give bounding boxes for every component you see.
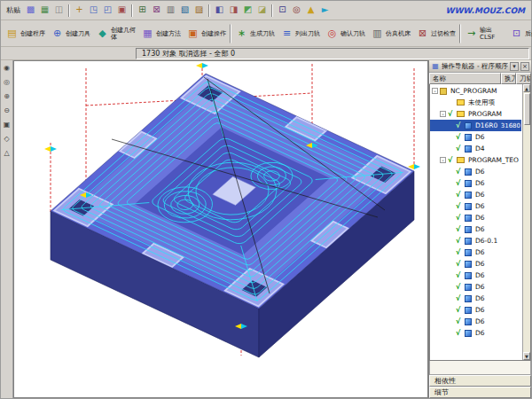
toolbar-icon[interactable]: ◪ (255, 4, 269, 17)
column-toolchange[interactable]: 换刀 (501, 73, 516, 84)
toolbar-icon[interactable]: + (73, 4, 86, 17)
tree-row[interactable]: D6 (430, 293, 521, 304)
tree-expander-icon[interactable]: - (440, 111, 446, 117)
toolbar-icon[interactable]: ▥ (164, 4, 177, 17)
tree-expander-icon[interactable] (448, 145, 454, 152)
tree-expander-icon[interactable] (448, 168, 454, 175)
tree-expander-icon[interactable] (448, 192, 454, 198)
left-toolbar-icon[interactable]: ⊖ (2, 106, 12, 116)
toolbar-button[interactable]: ⊕ 创建刀具 (48, 22, 93, 45)
scroll-up-icon[interactable] (523, 84, 530, 92)
tree-row[interactable]: D6 (430, 212, 521, 223)
tree-row[interactable]: D6 (430, 177, 521, 189)
tree-expander-icon[interactable] (448, 226, 454, 232)
tree-row[interactable]: 未使用项 (430, 97, 521, 108)
toolbar-icon[interactable] (131, 4, 133, 17)
left-toolbar-icon[interactable]: ⊕ (2, 91, 12, 102)
toolbar-icon[interactable] (68, 4, 70, 17)
toolbar-icon[interactable]: ⊡ (276, 4, 289, 17)
toolbar-icon[interactable] (208, 4, 210, 17)
scroll-down-icon[interactable] (523, 352, 530, 360)
tree-row[interactable]: D4 (430, 143, 521, 154)
toolbar-icon[interactable]: ◧ (213, 4, 226, 17)
scrollbar-thumb[interactable] (524, 93, 530, 125)
toolbar-button[interactable] (459, 24, 461, 43)
toolbar-button[interactable]: ≡ 列出刀轨 (278, 22, 323, 45)
tree-expander-icon[interactable] (440, 99, 446, 106)
tree-row[interactable]: - NC_PROGRAM (430, 85, 521, 97)
tree-row[interactable]: D6-0.1 (430, 235, 521, 246)
left-toolbar-icon[interactable]: △ (2, 148, 12, 159)
tree-row[interactable]: D6 (430, 200, 521, 212)
tree-expander-icon[interactable] (448, 272, 454, 278)
toolbar-button[interactable]: ▦ 创建方法 (138, 22, 184, 45)
tree-expander-icon[interactable] (448, 295, 454, 301)
tree-row[interactable]: D6 (430, 246, 521, 258)
tree-row[interactable]: D6 (430, 258, 521, 270)
column-toolpath[interactable]: 刀轨 (516, 73, 531, 84)
tree-expander-icon[interactable] (448, 203, 454, 209)
toolbar-icon[interactable]: ⊠ (150, 4, 163, 17)
toolbar-icon[interactable]: ▧ (178, 4, 192, 17)
toolbar-button[interactable]: ▥ 仿真机床 (368, 22, 413, 45)
left-toolbar-icon[interactable]: ◎ (2, 77, 12, 88)
toolbar-button[interactable]: → 输出CLSF (462, 22, 507, 45)
navigator-menu-icon[interactable] (510, 62, 519, 71)
tree-expander-icon[interactable] (448, 330, 454, 336)
tree-row[interactable]: D6 (430, 304, 521, 316)
navigator-close-icon[interactable] (520, 62, 529, 71)
tree-row[interactable]: D6 (430, 281, 521, 293)
toolbar-icon[interactable]: ⊞ (136, 4, 149, 17)
tree-row[interactable]: D6 (430, 166, 521, 177)
tree-expander-icon[interactable] (448, 122, 454, 129)
toolbar-icon[interactable]: ▨ (192, 4, 206, 17)
toolbar-button[interactable]: ▣ 创建操作 (184, 22, 229, 45)
toolbar-button[interactable]: ◎ 确认刀轨 (323, 22, 368, 45)
toolbar-button[interactable] (230, 24, 231, 43)
tree-expander-icon[interactable]: - (432, 88, 438, 94)
toolbar-button[interactable]: ∗ 生成刀轨 (232, 22, 278, 45)
tree-expander-icon[interactable] (448, 249, 454, 255)
toolbar-icon[interactable]: ▲ (304, 4, 317, 17)
toolbar-icon[interactable]: ▦ (38, 4, 51, 17)
toolbar-icon[interactable]: ◎ (290, 4, 303, 17)
tree-row[interactable]: D6 (430, 131, 521, 143)
tree-expander-icon[interactable] (448, 180, 454, 186)
toolbar-button[interactable]: ⊠ 过切检查 (413, 22, 458, 45)
toolbar-icon[interactable]: ► (318, 4, 332, 17)
tree-expander-icon[interactable]: - (440, 157, 446, 163)
tree-expander-icon[interactable] (448, 261, 454, 267)
tree-scrollbar[interactable] (522, 84, 530, 360)
tree-row[interactable]: D16R0 31680 (430, 120, 521, 131)
tree-row[interactable]: - PROGRAM (430, 108, 521, 120)
graphics-viewport[interactable] (13, 60, 428, 398)
left-toolbar-icon[interactable]: ◇ (2, 134, 12, 145)
panel-section-header[interactable]: 相依性 (429, 375, 531, 387)
tree-expander-icon[interactable] (448, 318, 454, 325)
toolbar-icon[interactable]: ◫ (52, 4, 66, 17)
toolbar-button[interactable]: ◆ 创建几何体 (93, 22, 138, 45)
tree-expander-icon[interactable] (448, 284, 454, 290)
column-name[interactable]: 名称 (429, 73, 501, 84)
tree-expander-icon[interactable] (448, 307, 454, 313)
toolbar-icon[interactable]: ◳ (87, 4, 100, 17)
panel-section-header[interactable]: 细节 (429, 387, 531, 398)
left-toolbar-icon[interactable]: ▣ (2, 120, 12, 130)
tree-row[interactable]: D6 (430, 189, 521, 200)
toolbar-icon[interactable]: ◩ (241, 4, 254, 17)
toolbar-icon[interactable]: ▩ (24, 4, 37, 17)
tree-row[interactable]: D6 (430, 327, 521, 339)
tree-row[interactable]: D6 (430, 316, 521, 327)
tree-expander-icon[interactable] (448, 215, 454, 221)
toolbar-button[interactable]: ⊡ 后处理 (507, 22, 532, 45)
tree-row[interactable]: D6 (430, 270, 521, 281)
tree-row[interactable]: - PROGRAM_TEO (430, 154, 521, 166)
toolbar-icon[interactable]: ◨ (227, 4, 240, 17)
toolbar-icon[interactable] (271, 4, 273, 17)
left-toolbar-icon[interactable]: ◉ (2, 63, 12, 74)
toolbar-icon[interactable]: ◰ (101, 4, 114, 17)
toolbar-button[interactable]: ▤ 创建程序 (3, 22, 48, 45)
toolbar-icon[interactable]: ▣ (115, 4, 129, 17)
paste-button[interactable]: 粘贴 (4, 5, 23, 15)
tree-row[interactable]: D6 (430, 223, 521, 235)
